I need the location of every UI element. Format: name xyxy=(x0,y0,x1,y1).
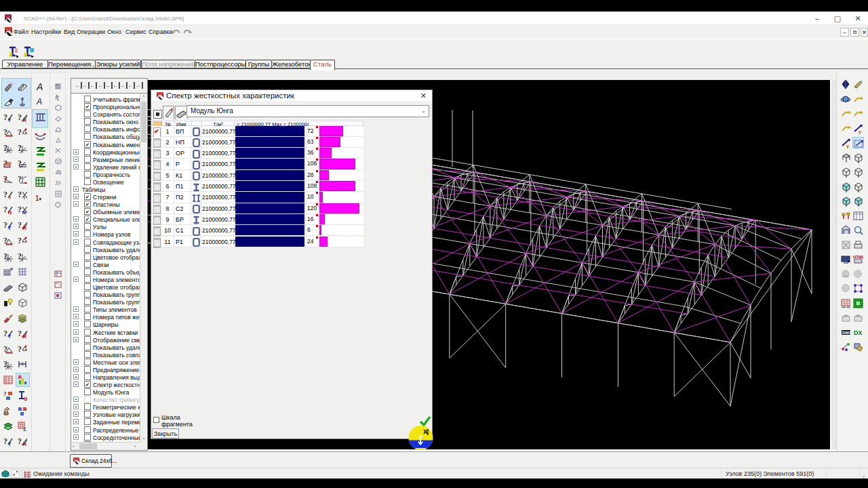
svg-text:?: ? xyxy=(18,329,22,338)
svg-text:?: ? xyxy=(18,205,22,214)
svg-text:y: y xyxy=(848,154,850,158)
svg-text:?: ? xyxy=(18,174,22,184)
svg-text:?: ? xyxy=(3,113,7,122)
svg-text:R: R xyxy=(23,334,26,339)
svg-text:?: ? xyxy=(18,190,22,199)
svg-text:A: A xyxy=(36,81,43,92)
svg-text:T: T xyxy=(8,442,12,447)
svg-text:i: i xyxy=(24,195,25,200)
svg-text:R: R xyxy=(23,442,26,447)
svg-text:N: N xyxy=(8,210,12,215)
svg-text:A: A xyxy=(36,97,42,106)
svg-text:R: R xyxy=(18,375,22,380)
svg-text:G: G xyxy=(24,396,28,401)
svg-text:?: ? xyxy=(18,251,22,261)
svg-text:?: ? xyxy=(3,190,7,199)
svg-text:?: ? xyxy=(3,329,7,338)
svg-text:?: ? xyxy=(18,127,22,137)
svg-text:N: N xyxy=(22,210,26,215)
svg-text:?: ? xyxy=(18,236,22,245)
svg-text:?: ? xyxy=(18,344,22,354)
svg-text:Σ: Σ xyxy=(23,426,26,432)
svg-text:?: ? xyxy=(18,113,22,122)
svg-text:T: T xyxy=(8,226,12,230)
svg-text:y: y xyxy=(846,144,849,148)
svg-text:?: ? xyxy=(18,436,22,446)
svg-text:DX: DX xyxy=(854,329,863,336)
svg-text:y: y xyxy=(859,129,861,134)
svg-text:?: ? xyxy=(3,205,7,214)
svg-text:?: ? xyxy=(3,390,7,397)
svg-text:R: R xyxy=(23,226,26,230)
svg-text:R: R xyxy=(23,118,26,123)
svg-text:DWG: DWG xyxy=(842,331,852,335)
svg-text:HTML: HTML xyxy=(853,255,864,259)
svg-text:T: T xyxy=(8,118,12,123)
svg-text:?: ? xyxy=(18,220,22,230)
svg-text:?: ? xyxy=(3,220,7,230)
svg-text:T: T xyxy=(8,334,12,339)
svg-text:?: ? xyxy=(18,143,22,152)
svg-text:i: i xyxy=(9,195,11,200)
svg-text:44-44: 44-44 xyxy=(842,305,850,309)
svg-text:?: ? xyxy=(3,436,7,446)
